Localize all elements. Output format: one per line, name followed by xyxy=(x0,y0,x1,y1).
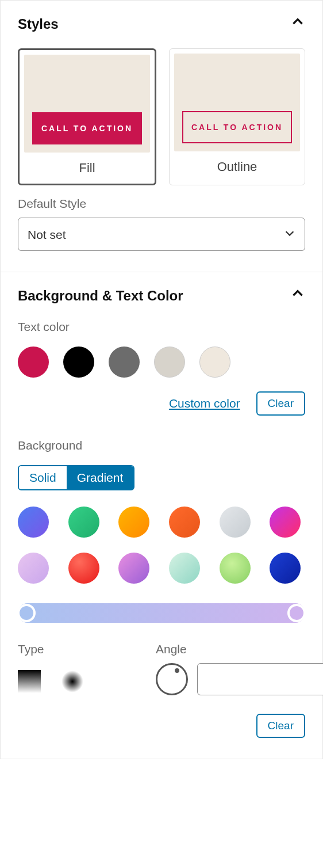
angle-knob[interactable] xyxy=(156,663,188,695)
color-section: Background & Text Color Text color Custo… xyxy=(1,272,322,759)
outline-label: Outline xyxy=(170,151,305,182)
type-label: Type xyxy=(18,642,133,656)
default-style-label: Default Style xyxy=(18,197,305,211)
gradient-swatch-lilac[interactable] xyxy=(18,553,49,584)
text-swatch-lightgray[interactable] xyxy=(154,347,185,378)
color-header[interactable]: Background & Text Color xyxy=(18,286,305,305)
custom-color-link[interactable]: Custom color xyxy=(169,397,240,410)
text-swatch-black[interactable] xyxy=(63,347,94,378)
text-swatch-crimson[interactable] xyxy=(18,347,49,378)
clear-text-color-button[interactable]: Clear xyxy=(256,391,305,416)
chevron-up-icon xyxy=(290,14,305,33)
clear-background-button[interactable]: Clear xyxy=(256,714,305,738)
cta-fill-label: CALL TO ACTION xyxy=(32,112,142,144)
fill-label: Fill xyxy=(20,153,155,184)
bg-mode-solid[interactable]: Solid xyxy=(19,466,67,489)
styles-section: Styles CALL TO ACTION Fill CALL TO ACTIO… xyxy=(1,1,322,272)
gradient-swatch-magenta-red[interactable] xyxy=(270,507,301,538)
gradient-swatch-royal-blue[interactable] xyxy=(270,553,301,584)
style-option-fill[interactable]: CALL TO ACTION Fill xyxy=(18,48,156,185)
chevron-up-icon xyxy=(290,286,305,305)
angle-input[interactable] xyxy=(197,663,323,695)
gradient-swatch-scarlet[interactable] xyxy=(68,553,99,584)
text-swatch-cream[interactable] xyxy=(199,347,230,378)
style-option-outline[interactable]: CALL TO ACTION Outline xyxy=(169,48,305,185)
gradient-type-radial[interactable] xyxy=(61,671,83,692)
fill-preview: CALL TO ACTION xyxy=(24,55,150,153)
gradient-swatch-grid xyxy=(18,507,305,584)
text-color-label: Text color xyxy=(18,320,305,334)
background-label: Background xyxy=(18,439,305,452)
angle-label: Angle xyxy=(156,642,323,656)
gradient-swatch-orange[interactable] xyxy=(118,507,149,538)
bg-mode-gradient[interactable]: Gradient xyxy=(67,466,134,489)
gradient-swatch-silver[interactable] xyxy=(220,507,251,538)
outline-preview: CALL TO ACTION xyxy=(174,54,300,151)
gradient-swatch-green[interactable] xyxy=(68,507,99,538)
gradient-type-linear[interactable] xyxy=(18,670,41,693)
text-swatch-row xyxy=(18,347,305,378)
gradient-swatch-red-orange[interactable] xyxy=(169,507,200,538)
angle-indicator-dot xyxy=(175,668,179,673)
gradient-slider[interactable] xyxy=(18,603,305,623)
gradient-swatch-blue-violet[interactable] xyxy=(18,507,49,538)
gradient-swatch-purple-pink[interactable] xyxy=(118,553,149,584)
gradient-swatch-mint[interactable] xyxy=(169,553,200,584)
styles-header[interactable]: Styles xyxy=(18,14,305,33)
gradient-stop-end[interactable] xyxy=(287,604,306,622)
default-style-select[interactable]: Not set xyxy=(18,218,305,251)
bg-mode-segmented: Solid Gradient xyxy=(18,465,134,490)
text-swatch-gray[interactable] xyxy=(109,347,140,378)
gradient-swatch-lime[interactable] xyxy=(220,553,251,584)
gradient-stop-start[interactable] xyxy=(17,604,36,622)
color-title: Background & Text Color xyxy=(18,288,183,304)
styles-title: Styles xyxy=(18,16,59,32)
cta-outline-label: CALL TO ACTION xyxy=(182,111,292,143)
